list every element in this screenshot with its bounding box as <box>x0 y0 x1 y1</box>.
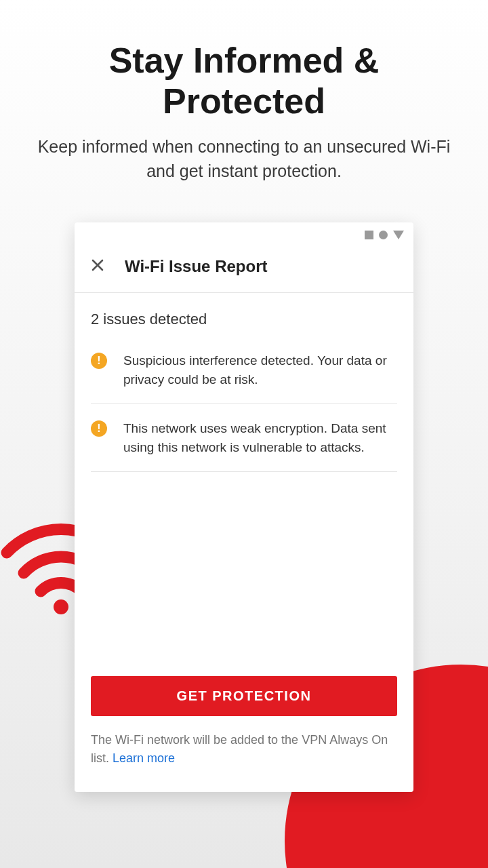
get-protection-button[interactable]: GET PROTECTION <box>91 676 397 716</box>
learn-more-link[interactable]: Learn more <box>113 751 175 765</box>
issues-count: 2 issues detected <box>75 293 413 339</box>
status-triangle-icon <box>393 231 404 239</box>
status-bar <box>75 222 413 242</box>
card-footer: GET PROTECTION The Wi-Fi network will be… <box>75 663 413 792</box>
status-circle-icon <box>379 231 388 239</box>
status-square-icon <box>365 231 373 239</box>
page-title: Stay Informed & Protected <box>0 0 488 134</box>
alert-icon: ! <box>91 420 107 437</box>
close-icon[interactable] <box>91 258 104 275</box>
svg-point-0 <box>54 599 68 614</box>
issue-text: Suspicious interference detected. Your d… <box>123 351 397 389</box>
issue-list: ! Suspicious interference detected. Your… <box>75 339 413 472</box>
card-header: Wi-Fi Issue Report <box>75 242 413 293</box>
issue-item: ! Suspicious interference detected. Your… <box>91 339 397 404</box>
page-subtitle: Keep informed when connecting to an unse… <box>0 134 488 184</box>
card-title: Wi-Fi Issue Report <box>125 257 267 276</box>
phone-preview-card: Wi-Fi Issue Report 2 issues detected ! S… <box>75 222 413 792</box>
issue-item: ! This network uses weak encryption. Dat… <box>91 404 397 472</box>
alert-icon: ! <box>91 353 107 369</box>
issue-text: This network uses weak encryption. Data … <box>123 419 397 456</box>
footer-note: The Wi-Fi network will be added to the V… <box>91 716 397 768</box>
